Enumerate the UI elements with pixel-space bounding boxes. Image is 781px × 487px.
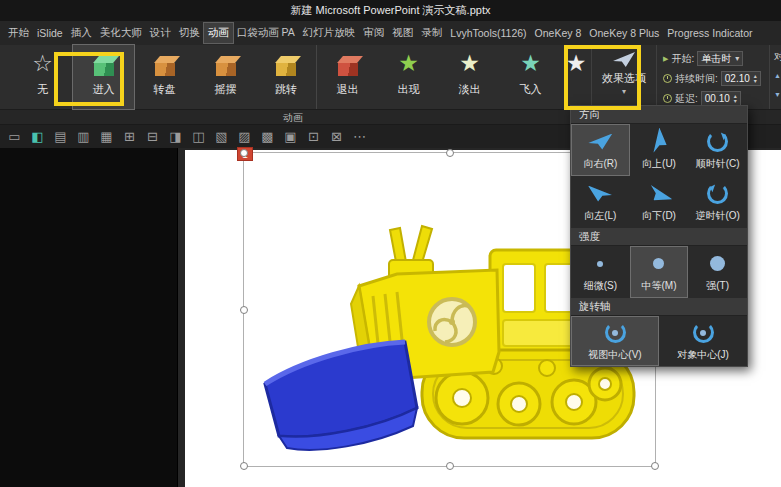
menu-tab[interactable]: 切换	[175, 23, 204, 43]
animation-effect-label: 无	[37, 82, 48, 97]
menu-tab[interactable]: 插入	[67, 23, 96, 43]
animation-effect-item[interactable]: 飞入	[500, 45, 561, 109]
crop-icon[interactable]: ▭	[4, 127, 25, 146]
animation-effect-icon	[195, 50, 256, 80]
selection-handle-bottom-right[interactable]	[651, 462, 659, 470]
effect-option-item[interactable]: 向下(D)	[630, 176, 689, 228]
add-grid-icon[interactable]: ⊞	[119, 127, 140, 146]
animation-effect-item[interactable]: 跳转	[256, 45, 317, 109]
effect-option-label: 视图中心(V)	[588, 348, 641, 362]
menu-tab[interactable]: 设计	[146, 23, 175, 43]
more-tools-icon[interactable]: ⋯	[349, 127, 370, 146]
delay-value: 00.10	[705, 93, 730, 104]
remove-grid-icon[interactable]: ⊟	[142, 127, 163, 146]
center-block-icon[interactable]: ▣	[280, 127, 301, 146]
menu-tab[interactable]: 视图	[388, 23, 417, 43]
effect-option-label: 向右(R)	[583, 157, 617, 171]
menu-tab[interactable]: OneKey 8	[531, 24, 586, 42]
effect-option-label: 细微(S)	[584, 279, 617, 293]
effect-option-label: 顺时针(C)	[696, 157, 740, 171]
animation-effect-label: 摇摆	[215, 82, 237, 97]
effect-option-label: 向上(U)	[642, 157, 676, 171]
rows-icon[interactable]: ▤	[50, 127, 71, 146]
format-painter-icon[interactable]: ◧	[27, 127, 48, 146]
effect-options-button[interactable]: 效果选项 ▾	[591, 45, 657, 109]
group-label: 动画	[270, 111, 316, 125]
effect-option-icon	[645, 130, 673, 154]
split-right-icon[interactable]: ◨	[165, 127, 186, 146]
spin-down-icon[interactable]: ▾	[734, 99, 737, 104]
effect-option-item[interactable]: 向右(R)	[571, 124, 630, 176]
delay-label: 延迟:	[675, 92, 698, 106]
start-select[interactable]: 单击时 ▾	[697, 51, 743, 66]
animation-effect-item[interactable]: 退出	[317, 45, 378, 109]
selection-handle-mid-left[interactable]	[240, 306, 248, 314]
menu-tab[interactable]: 审阅	[359, 23, 388, 43]
start-icon: ▶	[663, 55, 668, 63]
columns-icon[interactable]: ▥	[73, 127, 94, 146]
animation-effect-icon	[378, 50, 439, 80]
effect-option-item[interactable]: 视图中心(V)	[571, 316, 659, 366]
menu-tab[interactable]: iSlide	[33, 24, 67, 42]
arrow-icon: ▲	[774, 72, 781, 79]
diagonal-fill-icon[interactable]: ▧	[211, 127, 232, 146]
effect-option-icon	[645, 252, 673, 276]
reorder-item[interactable]: ▲ 向	[774, 67, 781, 83]
menu-tab[interactable]: 开始	[4, 23, 33, 43]
effect-option-item[interactable]: 顺时针(C)	[688, 124, 747, 176]
reorder-item[interactable]: ▼ 向	[774, 86, 781, 102]
duration-icon	[663, 74, 672, 83]
menu-tab[interactable]: LvyhTools(1126)	[446, 24, 530, 42]
effect-option-item[interactable]: 强(T)	[688, 246, 747, 298]
effect-option-icon	[586, 182, 614, 206]
effect-option-item[interactable]: 对象中心(J)	[659, 316, 747, 366]
effect-option-item[interactable]: 细微(S)	[571, 246, 630, 298]
delay-input[interactable]: 00.10 ▴ ▾	[701, 91, 741, 106]
start-label: 开始:	[671, 52, 694, 66]
animation-effect-label: 淡出	[459, 82, 481, 97]
animation-effect-item[interactable]: 出现	[378, 45, 439, 109]
menu-tab[interactable]: 幻灯片放映	[299, 23, 360, 43]
selection-handle-top-center[interactable]	[446, 149, 454, 157]
animation-effect-label: 出现	[398, 82, 420, 97]
paper-plane-icon	[613, 52, 635, 67]
animation-effect-item[interactable]	[561, 45, 591, 109]
effect-option-item[interactable]: 向上(U)	[630, 124, 689, 176]
slide-thumbnail-panel[interactable]	[0, 148, 178, 487]
effect-option-item[interactable]: 向左(L)	[571, 176, 630, 228]
animation-effect-item[interactable]: 淡出	[439, 45, 500, 109]
menu-tab[interactable]: 口袋动画 PA	[233, 23, 299, 43]
selection-handle-bottom-center[interactable]	[446, 462, 454, 470]
merge-cells-icon[interactable]: ◫	[188, 127, 209, 146]
selection-handle-bottom-left[interactable]	[240, 462, 248, 470]
animation-effect-icon	[317, 50, 378, 80]
menu-tab[interactable]: 动画	[204, 23, 233, 43]
animation-effect-item[interactable]: 摇摆	[195, 45, 256, 109]
effect-option-icon	[704, 252, 732, 276]
menu-tab[interactable]: OneKey 8 Plus	[585, 24, 663, 42]
animation-effect-item[interactable]: 进入	[73, 45, 134, 109]
duration-input[interactable]: 02.10 ▴ ▾	[721, 71, 761, 86]
effect-option-item[interactable]: 逆时针(O)	[688, 176, 747, 228]
animation-effect-item[interactable]: 无	[12, 45, 73, 109]
table-icon[interactable]: ▦	[96, 127, 117, 146]
animation-effect-item[interactable]: 转盘	[134, 45, 195, 109]
effect-option-item[interactable]: 中等(M)	[630, 246, 689, 298]
dot-grid-icon[interactable]: ⊡	[303, 127, 324, 146]
selection-handle-top-left[interactable]	[240, 149, 248, 157]
effect-options-label: 效果选项	[602, 71, 646, 86]
animation-effect-label: 跳转	[275, 82, 297, 97]
hatch-icon[interactable]: ▩	[257, 127, 278, 146]
effect-options-dropdown: 方向 向右(R) 向上(U) 顺时针(C)	[570, 105, 748, 367]
spin-down-icon[interactable]: ▾	[754, 79, 757, 84]
menu-tab[interactable]: Progress Indicator	[663, 24, 756, 42]
menu-bar: 开始 iSlide 插入 美化大师 设计 切换 动画 口袋动画 PA 幻灯片放映…	[0, 21, 781, 45]
start-value: 单击时	[701, 52, 731, 66]
effect-option-label: 对象中心(J)	[677, 348, 729, 362]
close-grid-icon[interactable]: ⊠	[326, 127, 347, 146]
diagonal-fill-alt-icon[interactable]: ▨	[234, 127, 255, 146]
delay-icon	[663, 94, 672, 103]
menu-tab[interactable]: 录制	[417, 23, 446, 43]
chevron-down-icon: ▾	[622, 87, 626, 96]
menu-tab[interactable]: 美化大师	[96, 23, 146, 43]
